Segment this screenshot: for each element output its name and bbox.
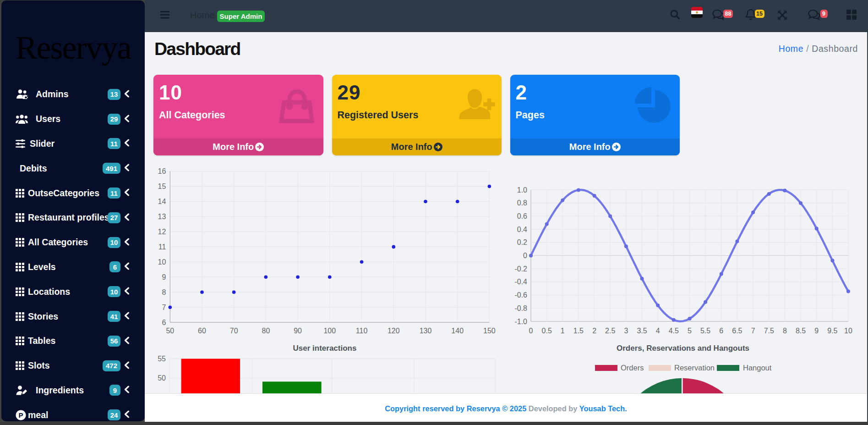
svg-text:5.5: 5.5 (700, 327, 710, 335)
svg-text:6: 6 (719, 327, 723, 335)
svg-text:4: 4 (656, 327, 660, 335)
svg-text:5: 5 (688, 327, 692, 335)
svg-text:-0.8: -0.8 (514, 304, 527, 312)
svg-text:55: 55 (158, 355, 166, 363)
svg-text:11: 11 (158, 243, 166, 251)
svg-text:0.8: 0.8 (517, 199, 527, 207)
svg-text:9.5: 9.5 (827, 327, 837, 335)
svg-text:3: 3 (624, 327, 628, 335)
svg-text:16: 16 (158, 167, 166, 175)
svg-text:8: 8 (162, 288, 166, 296)
svg-text:2.5: 2.5 (605, 327, 615, 335)
svg-text:9: 9 (162, 273, 166, 281)
svg-text:1: 1 (561, 327, 565, 335)
svg-text:15: 15 (158, 182, 166, 190)
svg-text:1.5: 1.5 (573, 327, 584, 335)
svg-text:-0.6: -0.6 (514, 291, 527, 299)
svg-text:60: 60 (198, 327, 206, 335)
svg-text:8.5: 8.5 (796, 327, 806, 335)
svg-text:12: 12 (158, 228, 166, 236)
svg-text:10: 10 (158, 258, 166, 266)
svg-text:13: 13 (158, 213, 166, 221)
svg-text:7.5: 7.5 (764, 327, 774, 335)
svg-text:130: 130 (420, 327, 432, 335)
svg-text:140: 140 (451, 327, 464, 335)
svg-text:90: 90 (294, 327, 302, 335)
svg-text:3.5: 3.5 (637, 327, 647, 335)
svg-text:-0.4: -0.4 (514, 278, 527, 286)
svg-text:7: 7 (751, 327, 755, 335)
svg-text:-0.2: -0.2 (514, 265, 527, 273)
svg-text:120: 120 (388, 327, 400, 335)
svg-text:80: 80 (262, 327, 270, 335)
svg-text:50: 50 (158, 374, 166, 382)
svg-text:6: 6 (162, 319, 166, 326)
svg-text:P: P (18, 411, 23, 419)
svg-text:9: 9 (814, 327, 819, 335)
svg-text:70: 70 (230, 327, 238, 335)
svg-text:4.5: 4.5 (669, 327, 679, 335)
svg-text:110: 110 (356, 327, 368, 335)
svg-text:7: 7 (162, 304, 166, 311)
svg-text:150: 150 (483, 327, 496, 335)
svg-text:-1.0: -1.0 (514, 318, 527, 326)
svg-text:100: 100 (323, 327, 336, 335)
svg-text:0.6: 0.6 (517, 212, 527, 220)
svg-text:0.2: 0.2 (517, 238, 527, 246)
svg-text:50: 50 (166, 327, 174, 335)
svg-text:6.5: 6.5 (732, 327, 742, 335)
svg-text:0.5: 0.5 (542, 327, 552, 335)
svg-text:0: 0 (523, 252, 527, 259)
svg-text:8: 8 (783, 327, 787, 335)
svg-text:0.4: 0.4 (517, 226, 527, 233)
svg-text:1.0: 1.0 (517, 186, 527, 194)
svg-text:10: 10 (844, 327, 852, 335)
svg-text:0: 0 (529, 327, 533, 335)
svg-text:2: 2 (592, 327, 596, 335)
svg-text:14: 14 (158, 198, 166, 205)
